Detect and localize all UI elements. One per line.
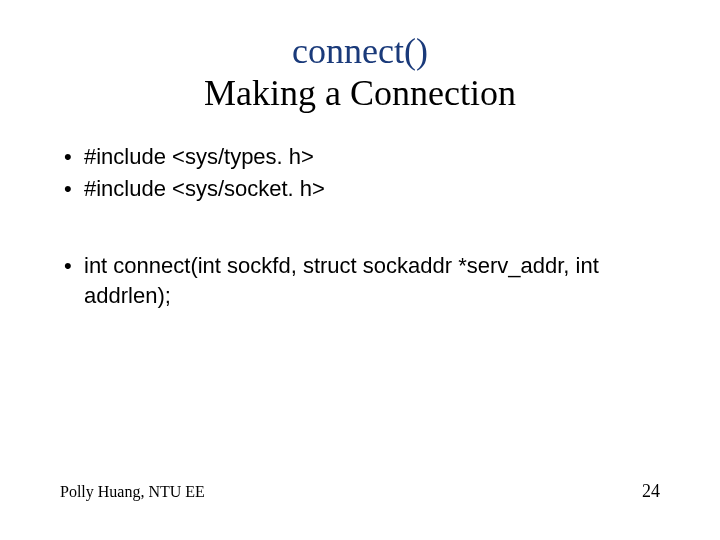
bullet-group-signature: • int connect(int sockfd, struct sockadd… — [60, 251, 660, 310]
bullet-group-includes: • #include <sys/types. h> • #include <sy… — [60, 142, 660, 203]
bullet-text: int connect(int sockfd, struct sockaddr … — [84, 251, 660, 310]
title-block: connect() Making a Connection — [60, 30, 660, 114]
bullet-marker-icon: • — [60, 174, 84, 204]
list-item: • int connect(int sockfd, struct sockadd… — [60, 251, 660, 310]
slide: connect() Making a Connection • #include… — [0, 0, 720, 540]
footer-page-number: 24 — [642, 481, 660, 502]
list-item: • #include <sys/types. h> — [60, 142, 660, 172]
bullet-text: #include <sys/socket. h> — [84, 174, 660, 204]
title-function-name: connect() — [60, 30, 660, 72]
bullet-marker-icon: • — [60, 251, 84, 281]
bullet-text: #include <sys/types. h> — [84, 142, 660, 172]
bullet-marker-icon: • — [60, 142, 84, 172]
content-area: • #include <sys/types. h> • #include <sy… — [60, 142, 660, 311]
footer-author: Polly Huang, NTU EE — [60, 483, 205, 501]
footer: Polly Huang, NTU EE 24 — [60, 481, 660, 502]
list-item: • #include <sys/socket. h> — [60, 174, 660, 204]
title-subtitle: Making a Connection — [60, 72, 660, 114]
